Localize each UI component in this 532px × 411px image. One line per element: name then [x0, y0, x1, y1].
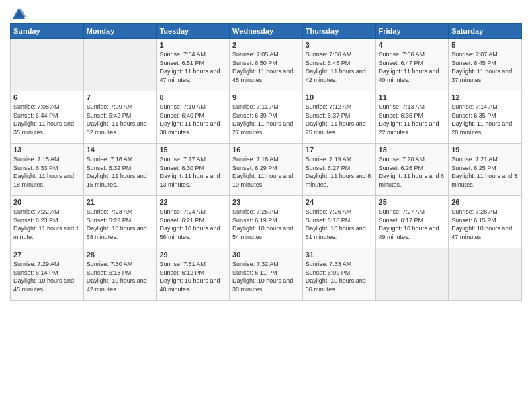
day-info: Sunrise: 7:15 AM Sunset: 6:33 PM Dayligh… [13, 155, 81, 189]
calendar-container: SundayMondayTuesdayWednesdayThursdayFrid… [0, 0, 532, 304]
day-info: Sunrise: 7:13 AM Sunset: 6:36 PM Dayligh… [379, 103, 446, 136]
day-header-monday: Monday [83, 24, 157, 39]
day-info: Sunrise: 7:20 AM Sunset: 6:26 PM Dayligh… [379, 155, 446, 189]
day-cell: 19Sunrise: 7:21 AM Sunset: 6:25 PM Dayli… [449, 144, 522, 196]
day-info: Sunrise: 7:10 AM Sunset: 6:40 PM Dayligh… [159, 103, 226, 136]
day-header-tuesday: Tuesday [157, 24, 230, 39]
day-cell: 3Sunrise: 7:06 AM Sunset: 6:48 PM Daylig… [302, 39, 375, 91]
day-info: Sunrise: 7:24 AM Sunset: 6:21 PM Dayligh… [159, 208, 226, 241]
day-info: Sunrise: 7:28 AM Sunset: 6:15 PM Dayligh… [451, 208, 519, 241]
day-number: 21 [87, 198, 154, 206]
day-info: Sunrise: 7:30 AM Sunset: 6:13 PM Dayligh… [87, 260, 154, 293]
day-header-saturday: Saturday [449, 24, 522, 39]
day-cell [11, 39, 84, 91]
day-number: 25 [379, 198, 446, 206]
day-info: Sunrise: 7:32 AM Sunset: 6:11 PM Dayligh… [232, 260, 300, 293]
day-header-wednesday: Wednesday [230, 24, 303, 39]
day-number: 5 [451, 41, 519, 49]
day-info: Sunrise: 7:06 AM Sunset: 6:48 PM Dayligh… [306, 50, 373, 84]
week-row-0: 1Sunrise: 7:04 AM Sunset: 6:51 PM Daylig… [11, 39, 522, 91]
day-cell: 2Sunrise: 7:05 AM Sunset: 6:50 PM Daylig… [230, 39, 303, 91]
day-info: Sunrise: 7:14 AM Sunset: 6:35 PM Dayligh… [451, 103, 519, 136]
day-number: 24 [306, 198, 373, 206]
day-number: 13 [13, 146, 81, 154]
day-info: Sunrise: 7:18 AM Sunset: 6:29 PM Dayligh… [232, 155, 300, 189]
day-cell: 10Sunrise: 7:12 AM Sunset: 6:37 PM Dayli… [302, 91, 375, 144]
day-cell: 29Sunrise: 7:31 AM Sunset: 6:12 PM Dayli… [157, 248, 230, 301]
day-info: Sunrise: 7:17 AM Sunset: 6:30 PM Dayligh… [159, 155, 226, 189]
day-cell: 4Sunrise: 7:06 AM Sunset: 6:47 PM Daylig… [375, 39, 449, 91]
header [10, 7, 522, 19]
day-cell: 27Sunrise: 7:29 AM Sunset: 6:14 PM Dayli… [11, 248, 84, 301]
day-header-thursday: Thursday [302, 24, 375, 39]
week-row-2: 13Sunrise: 7:15 AM Sunset: 6:33 PM Dayli… [11, 144, 522, 196]
week-row-3: 20Sunrise: 7:22 AM Sunset: 6:23 PM Dayli… [11, 196, 522, 248]
day-cell: 1Sunrise: 7:04 AM Sunset: 6:51 PM Daylig… [157, 39, 230, 91]
week-row-4: 27Sunrise: 7:29 AM Sunset: 6:14 PM Dayli… [11, 248, 522, 301]
day-number: 11 [379, 93, 446, 101]
week-row-1: 6Sunrise: 7:08 AM Sunset: 6:44 PM Daylig… [11, 91, 522, 144]
day-number: 14 [87, 146, 154, 154]
day-number: 26 [451, 198, 519, 206]
day-info: Sunrise: 7:33 AM Sunset: 6:09 PM Dayligh… [306, 260, 373, 293]
day-info: Sunrise: 7:12 AM Sunset: 6:37 PM Dayligh… [306, 103, 373, 136]
day-header-sunday: Sunday [11, 24, 84, 39]
day-cell [83, 39, 157, 91]
header-row: SundayMondayTuesdayWednesdayThursdayFrid… [11, 24, 522, 39]
day-cell: 6Sunrise: 7:08 AM Sunset: 6:44 PM Daylig… [11, 91, 84, 144]
day-number: 8 [159, 93, 226, 101]
day-info: Sunrise: 7:07 AM Sunset: 6:45 PM Dayligh… [451, 50, 519, 84]
day-number: 4 [379, 41, 446, 49]
day-number: 9 [232, 93, 300, 101]
day-cell: 7Sunrise: 7:09 AM Sunset: 6:42 PM Daylig… [83, 91, 157, 144]
day-number: 2 [232, 41, 300, 49]
day-number: 18 [379, 146, 446, 154]
day-number: 22 [159, 198, 226, 206]
day-cell: 30Sunrise: 7:32 AM Sunset: 6:11 PM Dayli… [230, 248, 303, 301]
day-info: Sunrise: 7:06 AM Sunset: 6:47 PM Dayligh… [379, 50, 446, 84]
logo [10, 7, 26, 19]
day-cell [375, 248, 449, 301]
day-cell: 18Sunrise: 7:20 AM Sunset: 6:26 PM Dayli… [375, 144, 449, 196]
day-cell: 20Sunrise: 7:22 AM Sunset: 6:23 PM Dayli… [11, 196, 84, 248]
day-info: Sunrise: 7:29 AM Sunset: 6:14 PM Dayligh… [13, 260, 81, 293]
day-info: Sunrise: 7:04 AM Sunset: 6:51 PM Dayligh… [159, 50, 226, 84]
day-cell: 16Sunrise: 7:18 AM Sunset: 6:29 PM Dayli… [230, 144, 303, 196]
day-number: 3 [306, 41, 373, 49]
day-number: 17 [306, 146, 373, 154]
day-info: Sunrise: 7:27 AM Sunset: 6:17 PM Dayligh… [379, 208, 446, 241]
day-cell: 15Sunrise: 7:17 AM Sunset: 6:30 PM Dayli… [157, 144, 230, 196]
day-cell: 13Sunrise: 7:15 AM Sunset: 6:33 PM Dayli… [11, 144, 84, 196]
day-number: 30 [232, 250, 300, 259]
day-info: Sunrise: 7:19 AM Sunset: 6:27 PM Dayligh… [306, 155, 373, 189]
day-info: Sunrise: 7:11 AM Sunset: 6:39 PM Dayligh… [232, 103, 300, 136]
day-number: 20 [13, 198, 81, 206]
day-cell: 24Sunrise: 7:26 AM Sunset: 6:18 PM Dayli… [302, 196, 375, 248]
day-number: 29 [159, 250, 226, 259]
day-number: 19 [451, 146, 519, 154]
day-cell: 25Sunrise: 7:27 AM Sunset: 6:17 PM Dayli… [375, 196, 449, 248]
day-info: Sunrise: 7:22 AM Sunset: 6:23 PM Dayligh… [13, 208, 81, 241]
day-number: 6 [13, 93, 81, 101]
day-number: 23 [232, 198, 300, 206]
day-number: 31 [306, 250, 373, 259]
day-cell: 5Sunrise: 7:07 AM Sunset: 6:45 PM Daylig… [449, 39, 522, 91]
day-cell: 28Sunrise: 7:30 AM Sunset: 6:13 PM Dayli… [83, 248, 157, 301]
day-cell: 14Sunrise: 7:16 AM Sunset: 6:32 PM Dayli… [83, 144, 157, 196]
day-info: Sunrise: 7:25 AM Sunset: 6:19 PM Dayligh… [232, 208, 300, 241]
day-cell: 9Sunrise: 7:11 AM Sunset: 6:39 PM Daylig… [230, 91, 303, 144]
calendar-table: SundayMondayTuesdayWednesdayThursdayFrid… [10, 23, 522, 301]
day-info: Sunrise: 7:21 AM Sunset: 6:25 PM Dayligh… [451, 155, 519, 189]
logo-icon [11, 7, 26, 21]
day-number: 10 [306, 93, 373, 101]
day-cell: 26Sunrise: 7:28 AM Sunset: 6:15 PM Dayli… [449, 196, 522, 248]
day-number: 15 [159, 146, 226, 154]
day-info: Sunrise: 7:23 AM Sunset: 6:22 PM Dayligh… [87, 208, 154, 241]
day-cell: 11Sunrise: 7:13 AM Sunset: 6:36 PM Dayli… [375, 91, 449, 144]
day-number: 27 [13, 250, 81, 259]
day-cell: 21Sunrise: 7:23 AM Sunset: 6:22 PM Dayli… [83, 196, 157, 248]
day-cell: 22Sunrise: 7:24 AM Sunset: 6:21 PM Dayli… [157, 196, 230, 248]
day-info: Sunrise: 7:16 AM Sunset: 6:32 PM Dayligh… [87, 155, 154, 189]
day-cell [449, 248, 522, 301]
day-cell: 12Sunrise: 7:14 AM Sunset: 6:35 PM Dayli… [449, 91, 522, 144]
